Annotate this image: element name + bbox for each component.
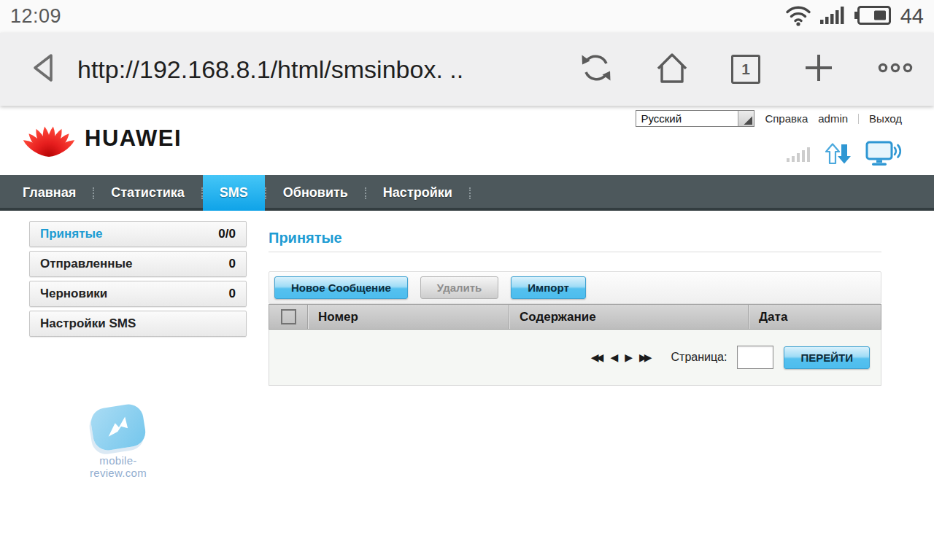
language-select[interactable]: Русский <box>636 110 754 127</box>
sidebar-item-count: 0 <box>229 287 236 301</box>
watermark-text: mobile-review.com <box>74 454 162 479</box>
main-nav: Главная Статистика SMS Обновить Настройк… <box>0 175 934 211</box>
sidebar-item-label: Настройки SMS <box>40 316 136 331</box>
nav-item-statistics[interactable]: Статистика <box>94 175 201 211</box>
go-button[interactable]: ПЕРЕЙТИ <box>784 346 870 369</box>
sidebar-item-label: Черновики <box>40 287 107 301</box>
import-button[interactable]: Импорт <box>511 276 585 299</box>
sms-inbox-panel: Принятые Новое Сообщение Удалить Импорт … <box>269 211 881 386</box>
language-select-value: Русский <box>636 112 738 125</box>
page-label: Страница: <box>671 351 727 364</box>
select-all-checkbox[interactable] <box>281 309 296 324</box>
page-title: Принятые <box>269 230 881 246</box>
nav-item-sms[interactable]: SMS <box>203 175 265 211</box>
home-icon[interactable] <box>655 51 689 88</box>
new-message-button[interactable]: Новое Сообщение <box>274 276 408 299</box>
nav-separator <box>469 187 471 199</box>
add-tab-icon[interactable] <box>803 52 835 87</box>
sms-table-header: Номер Содержание Дата <box>269 304 881 330</box>
user-name: admin <box>818 112 848 125</box>
sidebar-item-sent[interactable]: Отправленные 0 <box>29 251 247 277</box>
clock: 12:09 <box>10 5 61 28</box>
mobile-review-icon <box>89 402 147 453</box>
nav-item-settings[interactable]: Настройки <box>366 175 469 211</box>
header-cell-content: Содержание <box>509 305 748 329</box>
wifi-icon <box>785 4 811 29</box>
modem-signal-icon <box>787 144 811 166</box>
router-page-header: HUAWEI Русский Справка admin Выход <box>0 106 934 175</box>
sidebar-item-label: Отправленные <box>40 257 132 271</box>
pagination-bar: ◀◀ ◀ ▶ ▶▶ Страница: ПЕРЕЙТИ <box>269 330 881 386</box>
back-icon[interactable] <box>29 52 57 87</box>
page-content: Принятые 0/0 Отправленные 0 Черновики 0 … <box>0 211 934 560</box>
battery-percent: 44 <box>900 4 924 28</box>
prev-page-button[interactable]: ◀ <box>610 352 618 362</box>
first-page-button[interactable]: ◀◀ <box>591 352 604 362</box>
page-number-input[interactable] <box>737 346 773 369</box>
header-cell-number: Номер <box>307 305 509 329</box>
sidebar-item-label: Принятые <box>40 227 103 241</box>
overflow-menu-icon[interactable] <box>877 61 914 77</box>
tabs-icon[interactable]: 1 <box>731 55 760 84</box>
sms-sidebar: Принятые 0/0 Отправленные 0 Черновики 0 … <box>29 221 247 341</box>
refresh-icon[interactable] <box>579 51 613 88</box>
next-page-button[interactable]: ▶ <box>625 352 633 362</box>
sidebar-item-drafts[interactable]: Черновики 0 <box>29 281 247 307</box>
help-link[interactable]: Справка <box>765 112 808 125</box>
sidebar-item-inbox[interactable]: Принятые 0/0 <box>29 221 247 247</box>
signal-icon <box>820 5 845 28</box>
title-divider <box>269 252 881 252</box>
divider <box>858 114 859 124</box>
huawei-logo: HUAWEI <box>22 114 182 163</box>
last-page-button[interactable]: ▶▶ <box>639 352 652 362</box>
router-icon <box>865 141 902 170</box>
watermark: mobile-review.com <box>74 406 162 479</box>
updown-arrows-icon <box>825 143 852 168</box>
logout-link[interactable]: Выход <box>869 112 902 125</box>
battery-icon <box>854 5 892 28</box>
sidebar-item-count: 0 <box>229 257 236 271</box>
nav-item-home[interactable]: Главная <box>6 175 93 211</box>
delete-button[interactable]: Удалить <box>420 276 499 299</box>
sidebar-item-count: 0/0 <box>218 227 236 241</box>
sms-toolbar: Новое Сообщение Удалить Импорт <box>269 271 881 304</box>
sidebar-item-sms-settings[interactable]: Настройки SMS <box>29 311 247 337</box>
nav-item-update[interactable]: Обновить <box>266 175 365 211</box>
tab-count: 1 <box>741 61 750 78</box>
header-cell-date: Дата <box>748 305 881 329</box>
android-status-bar: 12:09 <box>0 0 934 33</box>
browser-toolbar: http://192.168.8.1/html/smsinbox. .. 1 <box>0 33 934 106</box>
huawei-flower-icon <box>22 114 76 163</box>
brand-name: HUAWEI <box>85 125 182 152</box>
header-cell-select <box>269 305 307 329</box>
select-arrow-icon <box>738 111 754 126</box>
address-bar[interactable]: http://192.168.8.1/html/smsinbox. .. <box>77 55 463 84</box>
